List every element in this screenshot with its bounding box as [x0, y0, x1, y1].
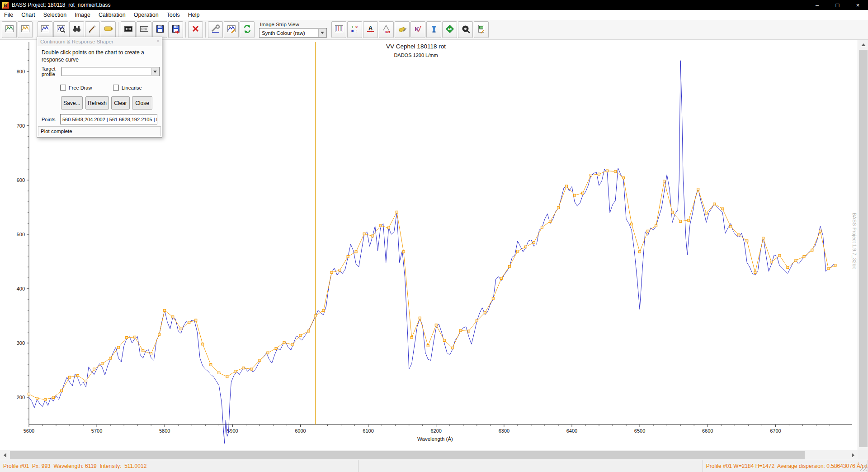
x-axis-label: Wavelength (Å) — [417, 436, 453, 442]
menu-file[interactable]: File — [0, 10, 17, 20]
flask-icon — [429, 24, 439, 36]
toolbar-separator — [35, 22, 35, 38]
draw-pen-button[interactable] — [85, 21, 100, 38]
svg-text:6700: 6700 — [770, 428, 781, 434]
free-draw-label: Free Draw — [69, 85, 92, 91]
menu-chart[interactable]: Chart — [17, 10, 39, 20]
svg-text:÷: ÷ — [355, 29, 358, 33]
image-strip-view-label: Image Strip View — [259, 22, 327, 27]
profile-image-button[interactable] — [2, 21, 17, 38]
profile-chart-button[interactable] — [38, 21, 52, 38]
report-icon — [476, 24, 486, 36]
clear-button[interactable]: Clear — [111, 96, 130, 110]
flask-button[interactable] — [426, 21, 441, 38]
absorption-button[interactable]: Ab — [442, 21, 457, 38]
menu-calibration[interactable]: Calibration — [94, 10, 130, 20]
svg-text:6000: 6000 — [295, 428, 306, 434]
element-lines-icon — [334, 24, 344, 36]
image-strip-combo-value: Synth Colour (raw) — [262, 30, 305, 36]
menu-operation[interactable]: Operation — [130, 10, 163, 20]
save-button[interactable] — [152, 21, 167, 38]
free-draw-checkbox[interactable] — [60, 85, 66, 91]
calibration-k-button[interactable]: K — [410, 21, 425, 38]
status-profile-text: Profile #01 W=2184 H=1472 Average disper… — [703, 463, 868, 469]
save-icon — [155, 24, 165, 36]
zoom-chart-button[interactable] — [53, 21, 68, 38]
image-strip-button[interactable] — [18, 21, 33, 38]
linearise-label: Linearise — [122, 85, 142, 91]
points-field[interactable]: 560.5948,204.2002 | 561.6628,192.2105 | … — [60, 114, 157, 124]
menu-selection[interactable]: Selection — [39, 10, 71, 20]
element-lines-button[interactable] — [331, 21, 346, 38]
scrollbar-corner — [858, 450, 868, 460]
tools-icon — [211, 24, 221, 36]
image-strip-combo[interactable]: Synth Colour (raw) — [259, 28, 327, 38]
close-button[interactable]: × — [848, 0, 868, 10]
svg-text:800: 800 — [17, 69, 25, 74]
menu-image[interactable]: Image — [71, 10, 94, 20]
chevron-down-icon[interactable] — [318, 29, 326, 37]
chevron-down-icon[interactable] — [151, 68, 159, 75]
svg-text:K: K — [415, 26, 419, 33]
target-profile-label-line2: profile — [42, 72, 55, 77]
svg-text:700: 700 — [17, 123, 25, 129]
dialog-close-icon[interactable]: × — [156, 38, 160, 44]
annotate-button[interactable] — [395, 21, 410, 38]
app-icon: B — [2, 2, 9, 9]
font-button[interactable]: A — [363, 21, 378, 38]
scroll-left-icon — [4, 453, 6, 458]
toolbar-separator — [118, 22, 118, 38]
refresh-plot-button[interactable] — [240, 21, 255, 38]
save-as-button[interactable] — [168, 21, 183, 38]
image-strip-view: Image Strip View Synth Colour (raw) — [259, 22, 327, 38]
refresh-plot-icon — [242, 24, 252, 36]
cassette-light-button[interactable] — [137, 21, 151, 38]
vertical-scrollbar-thumb[interactable] — [859, 50, 868, 447]
math-operations-button[interactable]: +×=÷ — [347, 21, 362, 38]
math-operations-icon: +×=÷ — [350, 24, 360, 36]
tools-button[interactable] — [208, 21, 223, 38]
horizontal-scrollbar-thumb[interactable] — [10, 451, 805, 459]
scroll-left-button[interactable] — [0, 450, 9, 460]
save-button[interactable]: Save... — [61, 96, 83, 110]
maximize-button[interactable]: □ — [827, 0, 848, 10]
delete-button[interactable] — [188, 21, 203, 38]
response-curve-markers[interactable] — [28, 170, 837, 400]
status-panel-profile: Profile #01 W=2184 H=1472 Average disper… — [703, 460, 868, 472]
edit-chart-button[interactable] — [224, 21, 239, 38]
target-profile-combo[interactable] — [61, 67, 160, 76]
report-button[interactable] — [474, 21, 489, 38]
menu-bar: FileChartSelectionImageCalibrationOperat… — [0, 10, 868, 20]
svg-text:500: 500 — [17, 232, 25, 237]
slit-button[interactable] — [101, 21, 116, 38]
vertical-scrollbar[interactable] — [858, 40, 868, 460]
svg-text:6600: 6600 — [702, 428, 713, 434]
svg-text:400: 400 — [17, 286, 25, 291]
linearise-checkbox[interactable] — [113, 85, 119, 91]
scroll-up-button[interactable] — [858, 40, 868, 49]
svg-text:6500: 6500 — [634, 428, 645, 434]
absorption-icon: Ab — [445, 24, 455, 36]
slit-icon — [104, 24, 113, 36]
horizontal-scrollbar[interactable] — [0, 450, 858, 460]
target-profile-label-line1: Target — [42, 66, 56, 72]
status-bar: Profile #01 Px: 993 Wavelength: 6119 Int… — [0, 460, 868, 472]
reference-button[interactable]: Ref — [379, 21, 394, 38]
scroll-right-button[interactable] — [848, 450, 858, 460]
profile-chart-icon — [40, 24, 50, 36]
status-panel-middle — [359, 460, 703, 472]
menu-help[interactable]: Help — [184, 10, 204, 20]
close-dialog-button[interactable]: Close — [132, 96, 152, 110]
tape-measure-button[interactable] — [458, 21, 473, 38]
refresh-button[interactable]: Refresh — [85, 96, 109, 110]
resize-grip[interactable] — [860, 464, 867, 471]
svg-text:300: 300 — [17, 340, 25, 346]
svg-text:6100: 6100 — [363, 428, 373, 434]
cassette-dark-button[interactable] — [121, 21, 136, 38]
svg-text:=: = — [351, 29, 354, 33]
binoculars-button[interactable] — [69, 21, 84, 38]
menu-tools[interactable]: Tools — [163, 10, 184, 20]
svg-text:600: 600 — [17, 177, 25, 183]
dialog-title-bar[interactable]: Continuum & Response Shaper × — [37, 37, 162, 46]
minimize-button[interactable]: – — [807, 0, 827, 10]
